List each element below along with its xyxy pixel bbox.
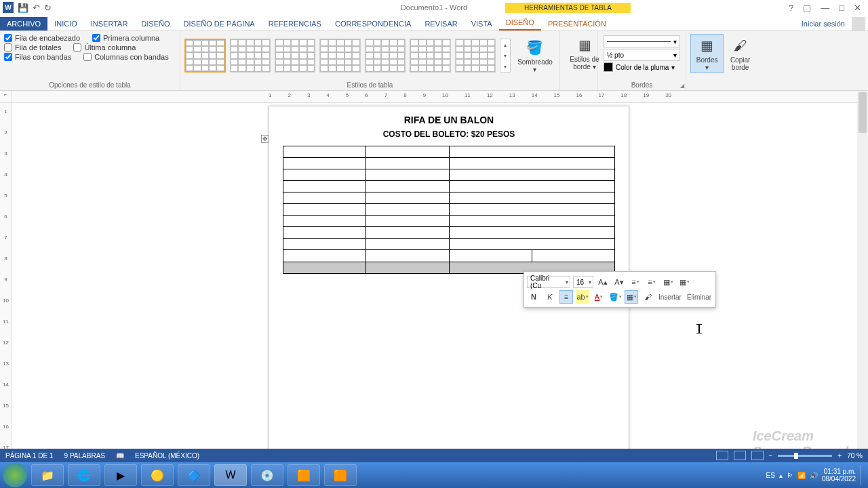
tab-table-design[interactable]: DISEÑO bbox=[499, 16, 541, 30]
save-icon[interactable]: 💾 bbox=[18, 3, 28, 13]
border-painter-button[interactable]: 🖌 Copiar borde bbox=[724, 34, 757, 73]
pen-style-dropdown[interactable]: ▾ bbox=[604, 35, 680, 47]
status-words[interactable]: 9 PALABRAS bbox=[64, 452, 105, 460]
redo-icon[interactable]: ↻ bbox=[44, 3, 52, 13]
table-move-handle-icon[interactable]: ✥ bbox=[261, 135, 269, 143]
maximize-icon[interactable]: □ bbox=[839, 3, 844, 13]
dialog-launcher-icon[interactable]: ◢ bbox=[680, 83, 684, 89]
tray-lang[interactable]: ES bbox=[766, 472, 775, 479]
table-style-item[interactable] bbox=[319, 39, 360, 73]
status-bar: PÁGINA 1 DE 1 9 PALABRAS 📖 ESPAÑOL (MÉXI… bbox=[0, 449, 868, 462]
undo-icon[interactable]: ↶ bbox=[33, 3, 40, 13]
taskbar-word-icon[interactable]: W bbox=[214, 464, 247, 486]
zoom-level[interactable]: 70 % bbox=[847, 452, 863, 460]
tab-selector[interactable]: ⌐ bbox=[0, 91, 12, 102]
view-read-icon[interactable] bbox=[716, 451, 728, 460]
tab-insert[interactable]: INSERTAR bbox=[84, 17, 135, 30]
bullets-icon[interactable]: ≡ bbox=[629, 275, 642, 289]
document-table[interactable] bbox=[283, 146, 615, 274]
help-icon[interactable]: ? bbox=[789, 3, 793, 13]
font-size-combo[interactable]: 16 bbox=[573, 276, 593, 288]
status-language[interactable]: ESPAÑOL (MÉXICO) bbox=[135, 452, 199, 460]
tab-design[interactable]: DISEÑO bbox=[134, 17, 176, 30]
gallery-more-button[interactable]: ▴▾▾ bbox=[500, 39, 511, 73]
status-page[interactable]: PÁGINA 1 DE 1 bbox=[5, 452, 54, 460]
start-button[interactable] bbox=[3, 463, 27, 487]
chk-last-column[interactable]: Última columna bbox=[73, 43, 136, 52]
delete-label[interactable]: Eliminar bbox=[686, 293, 713, 301]
table-style-item[interactable] bbox=[455, 39, 496, 73]
tab-table-layout[interactable]: PRESENTACIÓN bbox=[541, 17, 613, 30]
tab-references[interactable]: REFERENCIAS bbox=[262, 17, 328, 30]
table-delete-icon[interactable]: ▦ bbox=[677, 275, 691, 289]
chk-total-row[interactable]: Fila de totales bbox=[4, 43, 61, 52]
taskbar-recorder-icon[interactable]: 🟧 bbox=[288, 464, 320, 486]
format-painter-icon[interactable]: 🖌 bbox=[641, 290, 654, 304]
pen-weight-dropdown[interactable]: ½ pto▾ bbox=[604, 49, 680, 61]
taskbar-media-icon[interactable]: ▶ bbox=[104, 464, 137, 486]
show-desktop-button[interactable] bbox=[860, 465, 865, 485]
italic-icon[interactable]: K bbox=[543, 290, 557, 304]
tab-file[interactable]: ARCHIVO bbox=[0, 17, 47, 30]
tray-clock[interactable]: 01:31 p.m. 08/04/2022 bbox=[822, 468, 856, 483]
taskbar-app-icon[interactable]: 🔷 bbox=[178, 464, 210, 486]
chk-banded-rows[interactable]: Filas con bandas bbox=[4, 53, 71, 61]
zoom-in-icon[interactable]: + bbox=[837, 452, 842, 460]
tray-volume-icon[interactable]: 🔊 bbox=[810, 472, 818, 479]
chk-banded-columns[interactable]: Columnas con bandas bbox=[83, 53, 168, 61]
taskbar-disc-icon[interactable]: 💿 bbox=[251, 464, 283, 486]
horizontal-ruler[interactable]: 1234567891011121314151617181920 bbox=[12, 91, 868, 102]
tab-mailings[interactable]: CORRESPONDENCIA bbox=[328, 17, 418, 30]
scrollbar-thumb[interactable] bbox=[859, 92, 867, 133]
font-family-combo[interactable]: Calibri (Cu bbox=[527, 276, 570, 288]
page-viewport[interactable]: ✥ RIFA DE UN BALON COSTO DEL BOLETO: $20… bbox=[12, 103, 857, 462]
bold-icon[interactable]: N bbox=[527, 290, 540, 304]
sign-in-link[interactable]: Iniciar sesión bbox=[795, 17, 852, 30]
grow-font-icon[interactable]: A▴ bbox=[596, 275, 610, 289]
font-color-icon[interactable]: A bbox=[592, 290, 606, 304]
tray-network-icon[interactable]: 📶 bbox=[797, 472, 806, 479]
numbering-icon[interactable]: ≡ bbox=[645, 275, 658, 289]
chk-header-row[interactable]: Fila de encabezado bbox=[4, 34, 80, 42]
highlight-icon[interactable]: ab bbox=[576, 290, 589, 304]
table-style-item[interactable] bbox=[410, 39, 450, 73]
view-print-icon[interactable] bbox=[734, 451, 746, 460]
minimize-icon[interactable]: — bbox=[821, 3, 829, 13]
borders-button[interactable]: ▦ Bordes▾ bbox=[690, 34, 724, 73]
table-style-item[interactable] bbox=[275, 39, 315, 73]
avatar-icon[interactable] bbox=[852, 17, 865, 30]
table-style-item[interactable] bbox=[365, 39, 406, 73]
ruler-row: ⌐ 1234567891011121314151617181920 bbox=[0, 91, 868, 103]
view-web-icon[interactable] bbox=[751, 451, 764, 460]
table-insert-icon[interactable]: ▦ bbox=[661, 275, 675, 289]
pen-color-dropdown[interactable]: Color de la pluma ▾ bbox=[604, 62, 680, 72]
shrink-font-icon[interactable]: A▾ bbox=[612, 275, 626, 289]
shading-icon[interactable]: 🪣 bbox=[608, 290, 622, 304]
tab-view[interactable]: VISTA bbox=[465, 17, 499, 30]
tab-home[interactable]: INICIO bbox=[47, 17, 84, 30]
tray-flag-icon[interactable]: 🏳 bbox=[787, 472, 793, 479]
zoom-slider[interactable] bbox=[778, 455, 832, 457]
ribbon-options-icon[interactable]: ▢ bbox=[803, 3, 811, 13]
table-styles-gallery[interactable]: ▴▾▾ 🪣 Sombreado▾ bbox=[184, 34, 555, 77]
zoom-out-icon[interactable]: − bbox=[769, 452, 773, 460]
tray-up-icon[interactable]: ▴ bbox=[779, 472, 783, 479]
taskbar-explorer-icon[interactable]: 📁 bbox=[31, 464, 64, 486]
align-center-icon[interactable]: ≡ bbox=[559, 290, 573, 304]
insert-label[interactable]: Insertar bbox=[657, 293, 683, 301]
taskbar-ie-icon[interactable]: 🌐 bbox=[68, 464, 100, 486]
table-style-item[interactable] bbox=[184, 39, 226, 73]
chk-first-column[interactable]: Primera columna bbox=[92, 34, 159, 42]
table-row bbox=[283, 181, 615, 192]
vertical-ruler[interactable]: 1234567891011121314151617181920 bbox=[0, 103, 12, 462]
tab-page-layout[interactable]: DISEÑO DE PÁGINA bbox=[177, 17, 262, 30]
close-icon[interactable]: ✕ bbox=[854, 3, 861, 13]
tab-review[interactable]: REVISAR bbox=[418, 17, 464, 30]
borders-mini-icon[interactable]: ▦ bbox=[625, 290, 638, 304]
proofing-icon[interactable]: 📖 bbox=[116, 452, 124, 460]
table-style-item[interactable] bbox=[230, 39, 271, 73]
taskbar-chrome-icon[interactable]: 🟡 bbox=[141, 464, 174, 486]
shading-button[interactable]: 🪣 Sombreado▾ bbox=[515, 37, 555, 75]
taskbar-recorder2-icon[interactable]: 🟧 bbox=[324, 464, 357, 486]
vertical-scrollbar[interactable]: ▴ ▾ bbox=[857, 91, 868, 462]
